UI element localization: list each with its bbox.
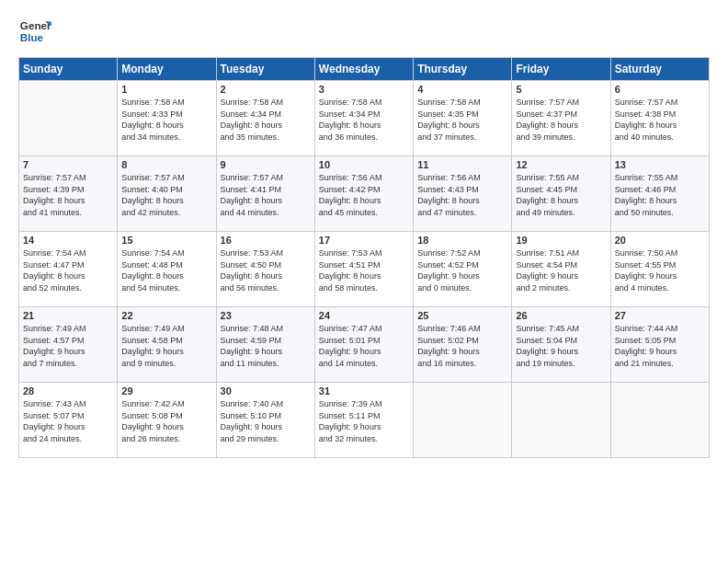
day-number: 8 — [121, 159, 211, 170]
cell-content: Sunrise: 7:54 AM Sunset: 4:47 PM Dayligh… — [23, 247, 113, 293]
calendar-cell — [610, 383, 709, 458]
calendar-cell: 28Sunrise: 7:43 AM Sunset: 5:07 PM Dayli… — [19, 383, 118, 458]
cell-content: Sunrise: 7:58 AM Sunset: 4:34 PM Dayligh… — [319, 97, 409, 143]
day-number: 4 — [417, 84, 507, 95]
cell-content: Sunrise: 7:46 AM Sunset: 5:02 PM Dayligh… — [417, 323, 507, 369]
calendar-cell — [512, 383, 610, 458]
calendar-cell: 7Sunrise: 7:57 AM Sunset: 4:39 PM Daylig… — [19, 156, 118, 232]
calendar-cell: 10Sunrise: 7:56 AM Sunset: 4:42 PM Dayli… — [314, 156, 413, 232]
day-number: 31 — [319, 385, 409, 396]
day-number: 26 — [516, 310, 606, 321]
weekday-header-friday: Friday — [512, 58, 610, 81]
calendar-cell: 18Sunrise: 7:52 AM Sunset: 4:52 PM Dayli… — [414, 232, 512, 307]
day-number: 28 — [23, 385, 113, 396]
calendar-cell: 11Sunrise: 7:56 AM Sunset: 4:43 PM Dayli… — [414, 156, 512, 232]
day-number: 9 — [221, 159, 311, 170]
cell-content: Sunrise: 7:42 AM Sunset: 5:08 PM Dayligh… — [121, 398, 211, 444]
calendar-table: SundayMondayTuesdayWednesdayThursdayFrid… — [18, 57, 710, 458]
cell-content: Sunrise: 7:47 AM Sunset: 5:01 PM Dayligh… — [319, 323, 409, 369]
cell-content: Sunrise: 7:58 AM Sunset: 4:33 PM Dayligh… — [121, 97, 211, 143]
cell-content: Sunrise: 7:55 AM Sunset: 4:45 PM Dayligh… — [516, 172, 606, 218]
calendar-cell: 29Sunrise: 7:42 AM Sunset: 5:08 PM Dayli… — [118, 383, 216, 458]
cell-content: Sunrise: 7:49 AM Sunset: 4:58 PM Dayligh… — [121, 323, 211, 369]
cell-content: Sunrise: 7:56 AM Sunset: 4:43 PM Dayligh… — [417, 172, 507, 218]
calendar-cell: 14Sunrise: 7:54 AM Sunset: 4:47 PM Dayli… — [19, 232, 118, 307]
cell-content: Sunrise: 7:57 AM Sunset: 4:39 PM Dayligh… — [23, 172, 113, 218]
calendar-cell — [19, 81, 118, 156]
calendar-cell: 30Sunrise: 7:40 AM Sunset: 5:10 PM Dayli… — [216, 383, 314, 458]
week-row-1: 1Sunrise: 7:58 AM Sunset: 4:33 PM Daylig… — [19, 81, 710, 156]
day-number: 12 — [516, 159, 606, 170]
day-number: 21 — [23, 310, 113, 321]
calendar-cell: 15Sunrise: 7:54 AM Sunset: 4:48 PM Dayli… — [118, 232, 216, 307]
weekday-header-row: SundayMondayTuesdayWednesdayThursdayFrid… — [19, 58, 710, 81]
weekday-header-monday: Monday — [118, 58, 216, 81]
week-row-2: 7Sunrise: 7:57 AM Sunset: 4:39 PM Daylig… — [19, 156, 710, 232]
calendar-cell: 12Sunrise: 7:55 AM Sunset: 4:45 PM Dayli… — [512, 156, 610, 232]
day-number: 2 — [221, 84, 311, 95]
weekday-header-wednesday: Wednesday — [314, 58, 413, 81]
calendar-cell: 25Sunrise: 7:46 AM Sunset: 5:02 PM Dayli… — [414, 307, 512, 383]
cell-content: Sunrise: 7:52 AM Sunset: 4:52 PM Dayligh… — [417, 247, 507, 293]
day-number: 20 — [615, 235, 705, 246]
day-number: 7 — [23, 159, 113, 170]
logo-icon: General Blue — [18, 15, 51, 48]
calendar-cell: 2Sunrise: 7:58 AM Sunset: 4:34 PM Daylig… — [216, 81, 314, 156]
calendar-cell: 16Sunrise: 7:53 AM Sunset: 4:50 PM Dayli… — [216, 232, 314, 307]
calendar-cell: 17Sunrise: 7:53 AM Sunset: 4:51 PM Dayli… — [314, 232, 413, 307]
calendar-cell — [414, 383, 512, 458]
calendar-cell: 21Sunrise: 7:49 AM Sunset: 4:57 PM Dayli… — [19, 307, 118, 383]
calendar-cell: 1Sunrise: 7:58 AM Sunset: 4:33 PM Daylig… — [118, 81, 216, 156]
day-number: 19 — [516, 235, 606, 246]
day-number: 27 — [615, 310, 705, 321]
cell-content: Sunrise: 7:48 AM Sunset: 4:59 PM Dayligh… — [221, 323, 311, 369]
cell-content: Sunrise: 7:40 AM Sunset: 5:10 PM Dayligh… — [221, 398, 311, 444]
cell-content: Sunrise: 7:57 AM Sunset: 4:38 PM Dayligh… — [615, 97, 705, 143]
day-number: 17 — [319, 235, 409, 246]
cell-content: Sunrise: 7:39 AM Sunset: 5:11 PM Dayligh… — [319, 398, 409, 444]
calendar-cell: 3Sunrise: 7:58 AM Sunset: 4:34 PM Daylig… — [314, 81, 413, 156]
day-number: 22 — [121, 310, 211, 321]
svg-text:General: General — [20, 19, 51, 31]
day-number: 23 — [221, 310, 311, 321]
weekday-header-tuesday: Tuesday — [216, 58, 314, 81]
calendar-cell: 8Sunrise: 7:57 AM Sunset: 4:40 PM Daylig… — [118, 156, 216, 232]
day-number: 24 — [319, 310, 409, 321]
page: General Blue SundayMondayTuesdayWednesda… — [0, 0, 728, 563]
weekday-header-saturday: Saturday — [610, 58, 709, 81]
calendar-cell: 24Sunrise: 7:47 AM Sunset: 5:01 PM Dayli… — [314, 307, 413, 383]
day-number: 16 — [221, 235, 311, 246]
cell-content: Sunrise: 7:55 AM Sunset: 4:46 PM Dayligh… — [615, 172, 705, 218]
cell-content: Sunrise: 7:43 AM Sunset: 5:07 PM Dayligh… — [23, 398, 113, 444]
calendar-cell: 27Sunrise: 7:44 AM Sunset: 5:05 PM Dayli… — [610, 307, 709, 383]
calendar-cell: 5Sunrise: 7:57 AM Sunset: 4:37 PM Daylig… — [512, 81, 610, 156]
day-number: 30 — [221, 385, 311, 396]
day-number: 3 — [319, 84, 409, 95]
cell-content: Sunrise: 7:57 AM Sunset: 4:40 PM Dayligh… — [121, 172, 211, 218]
calendar-cell: 9Sunrise: 7:57 AM Sunset: 4:41 PM Daylig… — [216, 156, 314, 232]
day-number: 6 — [615, 84, 705, 95]
week-row-3: 14Sunrise: 7:54 AM Sunset: 4:47 PM Dayli… — [19, 232, 710, 307]
day-number: 29 — [121, 385, 211, 396]
cell-content: Sunrise: 7:53 AM Sunset: 4:51 PM Dayligh… — [319, 247, 409, 293]
weekday-header-sunday: Sunday — [19, 58, 118, 81]
cell-content: Sunrise: 7:56 AM Sunset: 4:42 PM Dayligh… — [319, 172, 409, 218]
day-number: 15 — [121, 235, 211, 246]
day-number: 14 — [23, 235, 113, 246]
weekday-header-thursday: Thursday — [414, 58, 512, 81]
day-number: 1 — [121, 84, 211, 95]
day-number: 5 — [516, 84, 606, 95]
day-number: 13 — [615, 159, 705, 170]
day-number: 18 — [417, 235, 507, 246]
calendar-cell: 6Sunrise: 7:57 AM Sunset: 4:38 PM Daylig… — [610, 81, 709, 156]
week-row-4: 21Sunrise: 7:49 AM Sunset: 4:57 PM Dayli… — [19, 307, 710, 383]
cell-content: Sunrise: 7:57 AM Sunset: 4:37 PM Dayligh… — [516, 97, 606, 143]
calendar-cell: 31Sunrise: 7:39 AM Sunset: 5:11 PM Dayli… — [314, 383, 413, 458]
calendar-cell: 23Sunrise: 7:48 AM Sunset: 4:59 PM Dayli… — [216, 307, 314, 383]
header: General Blue — [18, 15, 710, 48]
cell-content: Sunrise: 7:53 AM Sunset: 4:50 PM Dayligh… — [221, 247, 311, 293]
calendar-cell: 20Sunrise: 7:50 AM Sunset: 4:55 PM Dayli… — [610, 232, 709, 307]
calendar-cell: 22Sunrise: 7:49 AM Sunset: 4:58 PM Dayli… — [118, 307, 216, 383]
day-number: 25 — [417, 310, 507, 321]
cell-content: Sunrise: 7:44 AM Sunset: 5:05 PM Dayligh… — [615, 323, 705, 369]
